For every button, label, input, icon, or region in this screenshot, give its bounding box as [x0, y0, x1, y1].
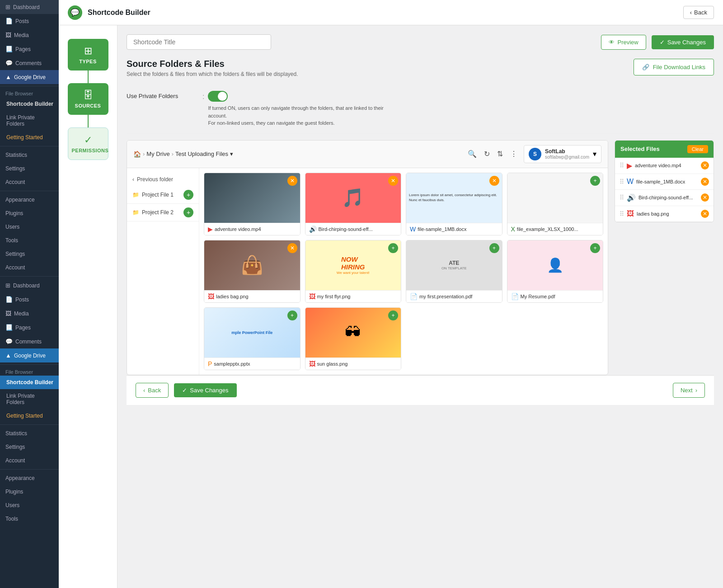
- sidebar-shortcode-label: Shortcode Builder: [6, 101, 53, 107]
- fb-file-badge-9[interactable]: +: [388, 310, 398, 320]
- fb-file-name-5: 🖼 my first flyr.png: [305, 290, 401, 302]
- fb-file-badge-6[interactable]: +: [489, 243, 499, 253]
- fb-file-card-3[interactable]: + X file_example_XLSX_1000...: [507, 173, 604, 235]
- sf-remove-btn-3[interactable]: ✕: [701, 210, 709, 218]
- file-download-links-button[interactable]: 🔗 File Download Links: [634, 59, 714, 75]
- sidebar-item-statistics2[interactable]: Statistics: [0, 427, 59, 440]
- fb-file-badge-4[interactable]: ✕: [287, 243, 297, 253]
- private-folders-label: Use Private Folders: [127, 93, 199, 99]
- sidebar-item-settings3[interactable]: Settings: [0, 440, 59, 454]
- fb-file-thumb-3: +: [507, 173, 603, 223]
- sf-file-name-3: ladies bag.png: [637, 211, 698, 216]
- sidebar-item-settings[interactable]: Settings: [0, 162, 59, 175]
- breadcrumb-drive[interactable]: My Drive: [146, 151, 169, 157]
- sf-remove-btn-2[interactable]: ✕: [701, 193, 709, 202]
- sidebar-item-media2[interactable]: 🖼 Media: [0, 306, 59, 320]
- folder-add-btn-1[interactable]: +: [183, 190, 193, 200]
- shortcode-title-input[interactable]: [127, 34, 271, 50]
- search-action-btn[interactable]: 🔍: [466, 149, 479, 159]
- fb-file-badge-7[interactable]: +: [590, 243, 600, 253]
- sidebar-item-tools2[interactable]: Tools: [0, 512, 59, 526]
- sidebar-item-appearance[interactable]: Appearance: [0, 193, 59, 207]
- sidebar-item-google-drive2[interactable]: ▲ Google Drive: [0, 348, 59, 362]
- sidebar-item-account3[interactable]: Account: [0, 454, 59, 467]
- fb-file-card-5[interactable]: NOWHIRING We want your talent! + 🖼 my fi…: [305, 240, 402, 303]
- sources-label: SOURCES: [71, 103, 105, 108]
- sidebar-item-users2[interactable]: Users: [0, 499, 59, 512]
- sidebar-statistics2-label: Statistics: [5, 430, 27, 437]
- step-types[interactable]: ⊞ TYPES: [68, 39, 108, 71]
- sidebar-item-posts2[interactable]: 📄 Posts: [0, 292, 59, 306]
- fb-file-badge-5[interactable]: +: [388, 243, 398, 253]
- step-connector-1: [88, 71, 89, 83]
- fb-file-card-4[interactable]: 👜 ✕ 🖼 ladies bag.png: [204, 240, 300, 303]
- back-button-top[interactable]: ‹ Back: [683, 6, 714, 19]
- fb-file-card-6[interactable]: ATE ON TEMPLATE + 📄 my first.presentatio…: [406, 240, 502, 303]
- sidebar-item-dashboard[interactable]: ⊞ Dashboard: [0, 0, 59, 14]
- sidebar-item-plugins2[interactable]: Plugins: [0, 485, 59, 499]
- back-icon: ‹: [690, 9, 692, 16]
- fb-file-card-2[interactable]: Lorem ipsum dolor sit amet, consectetur …: [406, 173, 502, 235]
- folder-add-btn-2[interactable]: +: [183, 207, 193, 217]
- step-sources[interactable]: 🗄 SOURCES: [68, 83, 108, 115]
- fb-file-badge-2[interactable]: ✕: [489, 176, 499, 186]
- fb-folder-item-2[interactable]: 📁 Project File 2 +: [127, 204, 199, 221]
- sidebar-item-statistics[interactable]: Statistics: [0, 148, 59, 162]
- sidebar-item-link-private2[interactable]: Link Private Folders: [0, 389, 59, 409]
- sidebar-item-pages2[interactable]: 📃 Pages: [0, 320, 59, 334]
- refresh-action-btn[interactable]: ↻: [482, 149, 492, 159]
- step-permissions[interactable]: ✓ PERMISSIONS: [68, 127, 108, 160]
- sidebar-item-label2: Google Drive: [14, 353, 46, 359]
- next-button[interactable]: Next ›: [673, 383, 705, 398]
- sf-clear-button[interactable]: Clear: [687, 145, 708, 153]
- fb-file-card-7[interactable]: 👤 + 📄 My Resume.pdf: [507, 240, 604, 303]
- sidebar-item-settings2[interactable]: Settings: [0, 247, 59, 261]
- sidebar-item-dashboard2[interactable]: ⊞ Dashboard: [0, 278, 59, 292]
- folder-name-2: Project File 2: [142, 209, 174, 216]
- back-button-bottom[interactable]: ‹ Back: [136, 383, 169, 398]
- preview-button[interactable]: 👁 Preview: [601, 35, 646, 50]
- sidebar-item-comments2[interactable]: 💬 Comments: [0, 334, 59, 348]
- fb-file-card-9[interactable]: 🕶 + 🖼 sun glass.png: [305, 307, 402, 370]
- sidebar-item-shortcode-builder[interactable]: Shortcode Builder: [0, 97, 59, 111]
- fb-file-card-1[interactable]: 🎵 ✕ 🔊 Bird-chirping-sound-eff...: [305, 173, 402, 235]
- sidebar-item-users[interactable]: Users: [0, 220, 59, 234]
- fb-file-badge-3[interactable]: +: [590, 176, 600, 186]
- fb-file-card-0[interactable]: ✕ ▶ adventure video.mp4: [204, 173, 300, 235]
- private-folders-toggle[interactable]: [208, 91, 228, 102]
- sidebar-divider-6: [0, 424, 59, 425]
- save-changes-button-top[interactable]: ✓ Save Changes: [652, 35, 714, 49]
- sf-remove-btn-1[interactable]: ✕: [701, 178, 709, 186]
- sidebar-item-google-drive[interactable]: ▲ Google Drive: [0, 70, 59, 84]
- save-changes-button-bottom[interactable]: ✓ Save Changes: [174, 383, 236, 397]
- sunglass-thumb-icon: 🕶: [345, 323, 361, 342]
- sidebar-item-pages[interactable]: 📃 Pages: [0, 42, 59, 56]
- breadcrumb-folder[interactable]: Test Uploading Files ▾: [175, 151, 233, 157]
- fb-folder-item-1[interactable]: 📁 Project File 1 +: [127, 186, 199, 204]
- sidebar-item-appearance2[interactable]: Appearance: [0, 471, 59, 485]
- sidebar-item-getting-started2[interactable]: Getting Started: [0, 409, 59, 423]
- file-type-icon-1: 🔊: [309, 226, 317, 233]
- sidebar-item-tools[interactable]: Tools: [0, 234, 59, 247]
- sidebar-item-comments[interactable]: 💬 Comments: [0, 56, 59, 70]
- sidebar-item-account[interactable]: Account: [0, 175, 59, 189]
- sidebar-item-media[interactable]: 🖼 Media: [0, 28, 59, 42]
- more-action-btn[interactable]: ⋮: [508, 149, 519, 159]
- sf-remove-btn-0[interactable]: ✕: [701, 161, 709, 169]
- fb-file-badge-0[interactable]: ✕: [287, 176, 297, 186]
- sidebar-item-plugins[interactable]: Plugins: [0, 207, 59, 220]
- sidebar-item-account2[interactable]: Account: [0, 261, 59, 274]
- sort-action-btn[interactable]: ⇅: [495, 149, 505, 159]
- fb-account-email: softlabwp@gmail.com: [545, 155, 589, 160]
- sidebar-item-getting-started[interactable]: Getting Started: [0, 131, 59, 144]
- sidebar-getting-started-label2: Getting Started: [6, 413, 43, 419]
- fb-file-badge-8[interactable]: +: [287, 310, 297, 320]
- fb-prev-folder[interactable]: ‹ Previous folder: [127, 173, 199, 186]
- fb-file-name-1: 🔊 Bird-chirping-sound-eff...: [305, 223, 401, 235]
- fb-account[interactable]: S SoftLab softlabwp@gmail.com ▾: [524, 145, 601, 163]
- fb-file-badge-1[interactable]: ✕: [388, 176, 398, 186]
- sidebar-item-link-private[interactable]: Link Private Folders: [0, 111, 59, 131]
- fb-file-card-8[interactable]: mple PowerPoint File + P samplepptx.pptx: [204, 307, 300, 370]
- sidebar-item-posts[interactable]: 📄 Posts: [0, 14, 59, 28]
- sidebar-item-shortcode-builder2[interactable]: Shortcode Builder: [0, 376, 59, 389]
